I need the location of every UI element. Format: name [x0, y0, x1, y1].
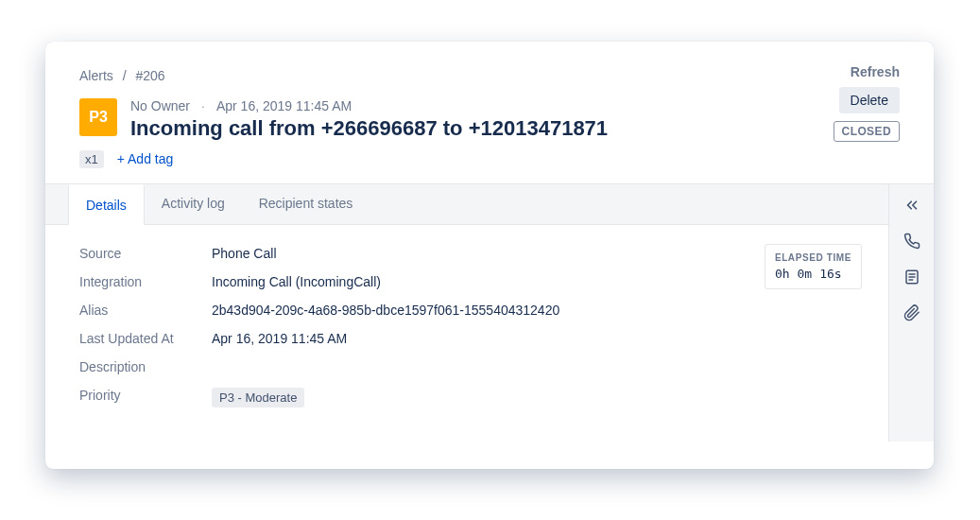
alert-detail-card: Alerts / #206 Refresh Delete CLOSED P3 N… [45, 42, 934, 469]
elapsed-value: 0h 0m 16s [775, 267, 851, 281]
field-description: Description [79, 359, 854, 374]
elapsed-time-box: ELAPSED TIME 0h 0m 16s [765, 244, 862, 289]
delete-button[interactable]: Delete [839, 87, 900, 113]
priority-chip: P3 [79, 98, 117, 136]
breadcrumb-root[interactable]: Alerts [79, 68, 113, 83]
field-priority: Priority P3 - Moderate [79, 388, 854, 407]
details-panel: ELAPSED TIME 0h 0m 16s Source Phone Call… [45, 225, 888, 442]
meta-row: No Owner · Apr 16, 2019 11:45 AM [130, 98, 900, 113]
alert-title: Incoming call from +266696687 to +120134… [130, 115, 900, 143]
field-label: Last Updated At [79, 331, 212, 346]
breadcrumb-separator: / [123, 68, 127, 83]
field-integration: Integration Incoming Call (IncomingCall) [79, 274, 854, 289]
field-label: Integration [79, 274, 212, 289]
count-badge: x1 [79, 150, 104, 168]
tab-activity-log[interactable]: Activity log [145, 184, 242, 224]
main-column: Details Activity log Recipient states EL… [45, 184, 888, 442]
phone-icon[interactable] [903, 232, 921, 251]
field-label: Priority [79, 388, 212, 407]
header-section: Alerts / #206 Refresh Delete CLOSED P3 N… [45, 42, 934, 183]
document-icon[interactable] [903, 268, 921, 286]
owner-label: No Owner [130, 98, 190, 113]
field-label: Alias [79, 303, 212, 318]
status-badge: CLOSED [834, 121, 900, 142]
field-value: 2b43d904-209c-4a68-985b-dbce1597f061-155… [212, 303, 559, 318]
elapsed-label: ELAPSED TIME [775, 252, 851, 263]
field-label: Description [79, 359, 212, 374]
tab-bar: Details Activity log Recipient states [45, 184, 888, 225]
field-source: Source Phone Call [79, 246, 854, 261]
elapsed-seconds: 16s [819, 267, 841, 281]
breadcrumb: Alerts / #206 [79, 68, 900, 83]
meta-separator: · [201, 98, 205, 113]
breadcrumb-id[interactable]: #206 [135, 68, 164, 83]
tab-recipient-states[interactable]: Recipient states [242, 184, 370, 224]
collapse-icon[interactable] [903, 196, 921, 215]
add-tag-link[interactable]: + Add tag [117, 151, 174, 166]
title-stack: No Owner · Apr 16, 2019 11:45 AM Incomin… [130, 98, 900, 143]
field-label: Source [79, 246, 212, 261]
tab-details[interactable]: Details [68, 184, 145, 225]
body-area: Details Activity log Recipient states EL… [45, 183, 934, 442]
field-value: Apr 16, 2019 11:45 AM [212, 331, 347, 346]
field-value: Incoming Call (IncomingCall) [212, 274, 381, 289]
timestamp-label: Apr 16, 2019 11:45 AM [216, 98, 352, 113]
elapsed-hours: 0h [775, 267, 790, 281]
field-last-updated: Last Updated At Apr 16, 2019 11:45 AM [79, 331, 854, 346]
attachment-icon[interactable] [903, 303, 921, 322]
field-value: P3 - Moderate [212, 388, 304, 407]
header-actions: Refresh Delete CLOSED [834, 64, 900, 142]
refresh-button[interactable]: Refresh [851, 64, 900, 79]
count-add-row: x1 + Add tag [79, 150, 900, 168]
priority-pill: P3 - Moderate [212, 388, 304, 407]
elapsed-minutes: 0m [798, 267, 813, 281]
field-value: Phone Call [212, 246, 277, 261]
field-alias: Alias 2b43d904-209c-4a68-985b-dbce1597f0… [79, 303, 854, 318]
title-row: P3 No Owner · Apr 16, 2019 11:45 AM Inco… [79, 98, 900, 143]
side-rail [888, 184, 934, 442]
